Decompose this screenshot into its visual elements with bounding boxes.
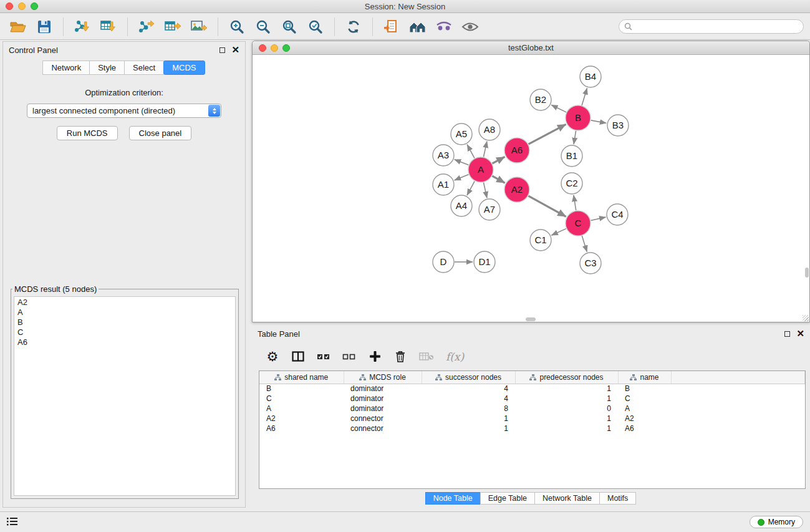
result-item[interactable]: B: [17, 317, 232, 327]
table-row[interactable]: Adominator80A: [259, 404, 805, 414]
graph-edge[interactable]: [582, 88, 587, 105]
column-header-successor-nodes[interactable]: successor nodes: [422, 371, 515, 384]
network-canvas[interactable]: B4B2BB3A5A8A6A3AB1A1A2C2A4A7C4CC1DD1C3: [253, 56, 809, 322]
vertical-scrollbar-thumb[interactable]: [805, 268, 809, 278]
graph-edge[interactable]: [455, 160, 469, 165]
network-minimize-button[interactable]: [271, 44, 278, 52]
memory-button[interactable]: Memory: [750, 516, 803, 528]
deselect-all-button[interactable]: [342, 349, 356, 365]
float-panel-icon[interactable]: [219, 47, 225, 53]
graph-edge[interactable]: [591, 120, 607, 123]
tab-edge-table[interactable]: Edge Table: [480, 492, 535, 505]
home-button[interactable]: [406, 16, 430, 38]
column-header-shared-name[interactable]: shared name: [259, 371, 344, 384]
zoom-window-button[interactable]: [31, 2, 38, 10]
zoom-out-button[interactable]: [251, 16, 275, 38]
column-header-name[interactable]: name: [618, 371, 671, 384]
graph-node-A1[interactable]: A1: [433, 174, 454, 195]
export-table-button[interactable]: [161, 16, 185, 38]
report-button[interactable]: [380, 16, 403, 38]
graph-edge[interactable]: [467, 145, 475, 158]
delete-table-button[interactable]: [419, 349, 434, 365]
graph-edge[interactable]: [467, 181, 475, 196]
graph-node-C4[interactable]: C4: [607, 204, 628, 225]
tab-style[interactable]: Style: [89, 60, 125, 75]
float-table-panel-icon[interactable]: [784, 331, 790, 337]
graph-node-A6[interactable]: A6: [504, 138, 529, 163]
hide-panel-button[interactable]: [432, 16, 456, 38]
horizontal-scrollbar-thumb[interactable]: [526, 317, 536, 321]
close-panel-icon[interactable]: ✕: [231, 47, 239, 53]
graph-node-D1[interactable]: D1: [474, 251, 495, 273]
tab-select[interactable]: Select: [124, 60, 164, 75]
show-columns-button[interactable]: [291, 349, 305, 365]
run-mcds-button[interactable]: Run MCDS: [57, 126, 118, 140]
graph-edge[interactable]: [528, 196, 566, 216]
table-row[interactable]: Bdominator41B: [259, 384, 805, 394]
result-item[interactable]: C: [17, 327, 232, 337]
graph-node-B3[interactable]: B3: [607, 115, 629, 136]
graph-edge[interactable]: [483, 142, 486, 157]
show-panel-button[interactable]: [458, 16, 482, 38]
graph-node-A2[interactable]: A2: [504, 177, 529, 202]
graph-node-A7[interactable]: A7: [479, 199, 500, 220]
resize-grip[interactable]: [803, 315, 809, 321]
function-builder-button[interactable]: f(x): [446, 349, 464, 365]
network-graph[interactable]: B4B2BB3A5A8A6A3AB1A1A2C2A4A7C4CC1DD1C3: [253, 56, 809, 322]
refresh-button[interactable]: [342, 16, 365, 38]
graph-node-C3[interactable]: C3: [580, 253, 601, 274]
graph-edge[interactable]: [551, 229, 566, 236]
table-settings-button[interactable]: ⚙: [266, 349, 279, 365]
result-item[interactable]: A6: [17, 337, 232, 347]
optimization-criterion-dropdown[interactable]: largest connected component (directed): [27, 104, 221, 118]
table-row[interactable]: A2connector11A2: [259, 414, 805, 423]
graph-node-B1[interactable]: B1: [561, 145, 582, 167]
graph-node-A4[interactable]: A4: [451, 195, 472, 216]
import-network-file-button[interactable]: [70, 16, 94, 38]
open-file-button[interactable]: [6, 16, 30, 38]
close-panel-button[interactable]: Close panel: [129, 126, 192, 140]
result-item[interactable]: A2: [17, 297, 232, 307]
tab-network[interactable]: Network: [42, 60, 90, 75]
graph-node-C1[interactable]: C1: [530, 230, 551, 251]
graph-node-C[interactable]: C: [566, 211, 591, 236]
graph-edge[interactable]: [492, 176, 504, 183]
export-network-button[interactable]: [135, 16, 158, 38]
result-item[interactable]: A: [17, 307, 232, 317]
graph-node-B4[interactable]: B4: [580, 66, 601, 87]
tab-node-table[interactable]: Node Table: [425, 492, 481, 505]
graph-edge[interactable]: [582, 236, 587, 252]
minimize-window-button[interactable]: [18, 2, 26, 10]
delete-column-button[interactable]: [393, 349, 407, 365]
graph-node-D[interactable]: D: [433, 251, 454, 273]
graph-node-A8[interactable]: A8: [479, 119, 500, 140]
graph-node-B2[interactable]: B2: [530, 89, 551, 110]
tab-network-table[interactable]: Network Table: [534, 492, 600, 505]
export-image-button[interactable]: [187, 16, 211, 38]
graph-edge[interactable]: [455, 175, 469, 180]
graph-edge[interactable]: [551, 105, 566, 112]
graph-node-A5[interactable]: A5: [451, 123, 472, 145]
graph-node-C2[interactable]: C2: [561, 173, 582, 194]
select-all-button[interactable]: [317, 349, 330, 365]
zoom-fit-button[interactable]: [277, 16, 301, 38]
search-box[interactable]: [619, 19, 804, 34]
search-input[interactable]: [635, 22, 798, 31]
column-header-predecessor-nodes[interactable]: predecessor nodes: [515, 371, 618, 384]
close-table-panel-icon[interactable]: ✕: [796, 331, 804, 337]
network-close-button[interactable]: [259, 44, 266, 52]
add-column-button[interactable]: [368, 349, 382, 365]
graph-edge[interactable]: [529, 124, 566, 144]
network-window-titlebar[interactable]: testGlobe.txt: [253, 41, 809, 55]
graph-edge[interactable]: [574, 131, 576, 145]
graph-node-A3[interactable]: A3: [433, 145, 454, 166]
graph-edge[interactable]: [574, 195, 576, 210]
graph-node-A[interactable]: A: [468, 157, 493, 182]
graph-node-B[interactable]: B: [566, 105, 591, 130]
zoom-selected-button[interactable]: [304, 16, 327, 38]
table-row[interactable]: Cdominator41C: [259, 394, 805, 404]
save-session-button[interactable]: [32, 16, 56, 38]
import-table-file-button[interactable]: [97, 16, 120, 38]
tab-motifs[interactable]: Motifs: [599, 492, 636, 505]
tab-mcds[interactable]: MCDS: [163, 60, 205, 75]
